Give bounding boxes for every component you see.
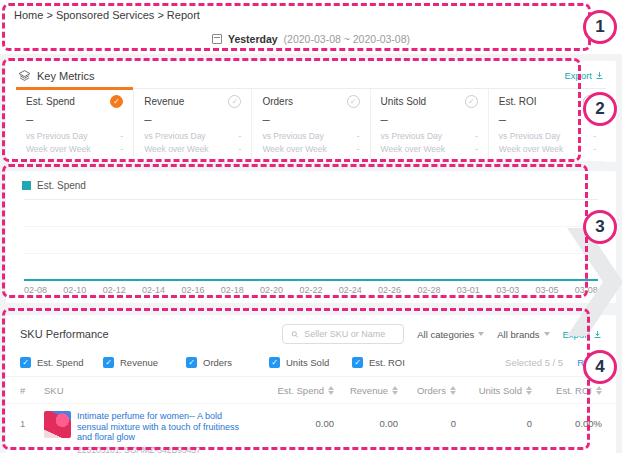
metric-compare-row: Week over Week - <box>144 143 241 156</box>
key-metrics-title: Key Metrics <box>37 70 94 82</box>
layers-icon <box>18 69 31 82</box>
sku-text-block: Intimate perfume for women-- A bold sens… <box>77 411 254 453</box>
sku-cell: Intimate perfume for women-- A bold sens… <box>44 411 254 453</box>
date-preset-label: Yesterday <box>228 33 278 45</box>
brand-filter-label: All brands <box>497 329 539 340</box>
metric-compare-row: vs Previous Day - <box>26 130 123 143</box>
x-axis-tick: 02-28 <box>417 285 440 295</box>
x-axis-tick: 02-12 <box>103 285 126 295</box>
checkbox-checked-icon[interactable]: ✓ <box>186 357 197 368</box>
metric-card-title: Est. ROI <box>499 96 537 107</box>
vs-previous-day-value: - <box>239 130 242 143</box>
sku-column-header: SKU <box>44 385 254 396</box>
column-header-label: Revenue <box>350 385 388 396</box>
sku-search-box[interactable] <box>282 324 404 344</box>
week-over-week-label: Week over Week <box>381 143 445 156</box>
est-spend-cell: 0.00 <box>254 411 334 429</box>
brand-filter-dropdown[interactable]: All brands <box>497 329 549 340</box>
key-metrics-panel: Key Metrics Export Est. Spend ✓ – vs Pre… <box>6 61 616 162</box>
table-header-row: # SKU Est. Spend Revenue Orders Units So… <box>6 376 616 404</box>
metric-card-units-sold[interactable]: Units Sold ✓ – vs Previous Day - Week ov… <box>371 88 489 161</box>
legend-label: Est. Spend <box>37 180 86 191</box>
metric-card-revenue[interactable]: Revenue ✓ – vs Previous Day - Week over … <box>134 88 252 161</box>
date-selector[interactable]: Yesterday (2020-03-08 ~ 2020-03-08) <box>0 28 622 54</box>
metric-card-top: Revenue ✓ <box>144 95 241 108</box>
checkbox-checked-icon[interactable]: ✓ <box>103 357 114 368</box>
metric-check-icon[interactable]: ✓ <box>228 95 241 108</box>
selected-count-label: Selected 5 / 5 <box>505 357 563 368</box>
orders-column-header[interactable]: Orders <box>398 385 456 396</box>
sku-id-label: 225103101; SGAMZ-342B93457 <box>77 445 254 453</box>
metric-cards-row: Est. Spend ✓ – vs Previous Day - Week ov… <box>16 88 606 162</box>
vs-previous-day-value: - <box>475 130 478 143</box>
metric-card-top: Est. ROI ✓ <box>499 95 596 108</box>
report-page: Home > Sponsored Services > Report Yeste… <box>0 0 622 453</box>
week-over-week-value: - <box>475 143 478 156</box>
checkbox-revenue[interactable]: ✓ Revenue <box>103 357 186 368</box>
chevron-down-icon <box>544 332 550 336</box>
metric-card-est-spend[interactable]: Est. Spend ✓ – vs Previous Day - Week ov… <box>16 88 134 161</box>
breadcrumb[interactable]: Home > Sponsored Services > Report <box>0 7 622 28</box>
key-metrics-export-button[interactable]: Export <box>565 70 604 81</box>
checkbox-checked-icon[interactable]: ✓ <box>352 357 363 368</box>
week-over-week-value: - <box>239 143 242 156</box>
est-spend-column-header[interactable]: Est. Spend <box>254 385 334 396</box>
download-icon <box>595 71 604 80</box>
product-title-link[interactable]: Intimate perfume for women-- A bold sens… <box>77 411 254 443</box>
column-header-label: Orders <box>417 385 446 396</box>
x-axis-tick: 02-16 <box>181 285 204 295</box>
search-icon <box>291 330 299 339</box>
table-row: 1 Intimate perfume for women-- A bold se… <box>6 404 616 453</box>
sort-icon[interactable] <box>596 386 602 395</box>
vs-previous-day-value: - <box>120 130 123 143</box>
checkbox-units-sold[interactable]: ✓ Units Sold <box>269 357 352 368</box>
metric-compare-row: Week over Week - <box>262 143 359 156</box>
checkbox-checked-icon[interactable]: ✓ <box>20 357 31 368</box>
x-axis-tick: 02-10 <box>63 285 86 295</box>
chart-plot-area <box>24 199 598 281</box>
x-axis-tick: 02-26 <box>378 285 401 295</box>
annotation-marker-4: 4 <box>583 350 617 384</box>
vs-previous-day-label: vs Previous Day <box>499 130 560 143</box>
vs-previous-day-label: vs Previous Day <box>26 130 87 143</box>
vs-previous-day-label: vs Previous Day <box>262 130 323 143</box>
metric-card-top: Est. Spend ✓ <box>26 95 123 108</box>
x-axis-tick: 02-22 <box>299 285 322 295</box>
column-header-label: Est. Spend <box>278 385 324 396</box>
x-axis-tick: 03-01 <box>457 285 480 295</box>
est-roi-column-header[interactable]: Est. ROI <box>532 385 602 396</box>
sku-search-input[interactable] <box>304 329 395 339</box>
revenue-column-header[interactable]: Revenue <box>334 385 398 396</box>
checkbox-checked-icon[interactable]: ✓ <box>269 357 280 368</box>
chart-legend-est-spend[interactable]: Est. Spend <box>6 171 616 199</box>
checkbox-est-roi[interactable]: ✓ Est. ROI <box>352 357 435 368</box>
est-roi-cell: 0.00% <box>532 411 602 429</box>
chart-x-axis: 02-08 02-10 02-12 02-14 02-16 02-18 02-2… <box>24 285 598 295</box>
metric-card-title: Units Sold <box>381 96 427 107</box>
units-sold-cell: 0 <box>456 411 532 429</box>
checkbox-label: Revenue <box>120 357 158 368</box>
metric-card-orders[interactable]: Orders ✓ – vs Previous Day - Week over W… <box>252 88 370 161</box>
annotation-marker-3: 3 <box>583 210 617 244</box>
metric-compare-row: Week over Week - <box>381 143 478 156</box>
metric-check-icon[interactable]: ✓ <box>110 95 123 108</box>
vs-previous-day-label: vs Previous Day <box>381 130 442 143</box>
week-over-week-value: - <box>120 143 123 156</box>
metric-check-icon[interactable]: ✓ <box>465 95 478 108</box>
date-range-label: (2020-03-08 ~ 2020-03-08) <box>284 33 410 45</box>
checkbox-orders[interactable]: ✓ Orders <box>186 357 269 368</box>
x-axis-tick: 02-18 <box>221 285 244 295</box>
units-sold-column-header[interactable]: Units Sold <box>456 385 532 396</box>
category-filter-dropdown[interactable]: All categories <box>417 329 484 340</box>
metric-check-icon[interactable]: ✓ <box>347 95 360 108</box>
week-over-week-label: Week over Week <box>499 143 563 156</box>
checkbox-est-spend[interactable]: ✓ Est. Spend <box>20 357 103 368</box>
x-axis-tick: 03-03 <box>496 285 519 295</box>
vs-previous-day-label: vs Previous Day <box>144 130 205 143</box>
metric-value: – <box>262 112 359 127</box>
metric-compare-row: vs Previous Day - <box>381 130 478 143</box>
checkbox-label: Units Sold <box>286 357 329 368</box>
checkbox-label: Est. Spend <box>37 357 83 368</box>
x-axis-tick: 02-20 <box>260 285 283 295</box>
metric-card-top: Units Sold ✓ <box>381 95 478 108</box>
